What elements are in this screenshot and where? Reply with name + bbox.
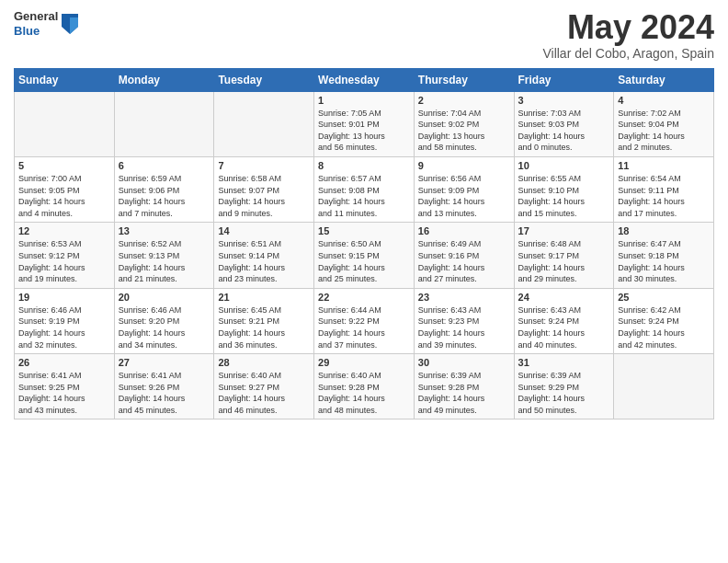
day-info-text: and 2 minutes.	[618, 142, 710, 154]
calendar-cell: 11Sunrise: 6:54 AMSunset: 9:11 PMDayligh…	[614, 156, 714, 222]
day-info-text: and 17 minutes.	[618, 208, 710, 220]
day-number: 10	[518, 160, 610, 171]
calendar-cell: 15Sunrise: 6:50 AMSunset: 9:15 PMDayligh…	[314, 223, 415, 288]
month-title: May 2024	[542, 9, 714, 46]
day-info-text: Sunset: 9:04 PM	[618, 119, 710, 131]
day-info-text: Sunset: 9:23 PM	[418, 316, 510, 327]
day-number: 16	[418, 225, 510, 236]
day-info-text: Daylight: 14 hours	[119, 327, 210, 339]
calendar-cell: 28Sunrise: 6:40 AMSunset: 9:27 PMDayligh…	[214, 354, 314, 419]
day-number: 26	[18, 357, 110, 368]
day-info-text: and 19 minutes.	[18, 273, 110, 285]
day-info-text: Sunset: 9:15 PM	[318, 250, 410, 262]
calendar-week-row: 12Sunrise: 6:53 AMSunset: 9:12 PMDayligh…	[15, 223, 714, 288]
day-number: 2	[418, 95, 510, 106]
calendar-cell: 27Sunrise: 6:41 AMSunset: 9:26 PMDayligh…	[114, 354, 214, 419]
day-info-text: Daylight: 14 hours	[318, 393, 410, 405]
day-info-text: Sunrise: 6:49 AM	[418, 238, 510, 250]
day-info-text: Sunrise: 6:43 AM	[518, 304, 610, 316]
day-number: 12	[18, 225, 110, 236]
day-info-text: Sunset: 9:16 PM	[418, 250, 510, 262]
day-info-text: Sunrise: 6:53 AM	[18, 238, 110, 250]
day-info-text: Sunrise: 6:58 AM	[218, 173, 310, 185]
calendar-cell: 30Sunrise: 6:39 AMSunset: 9:28 PMDayligh…	[414, 354, 514, 419]
day-info-text: Sunrise: 7:00 AM	[18, 173, 110, 185]
day-info-text: Daylight: 14 hours	[318, 327, 410, 339]
day-info-text: and 13 minutes.	[418, 208, 510, 220]
day-info-text: Sunset: 9:21 PM	[218, 316, 310, 327]
calendar-cell: 13Sunrise: 6:52 AMSunset: 9:13 PMDayligh…	[114, 223, 214, 288]
day-info-text: Daylight: 14 hours	[119, 393, 210, 405]
day-info-text: and 49 minutes.	[418, 405, 510, 417]
day-info-text: Sunset: 9:28 PM	[318, 382, 410, 394]
logo-general-text: General	[14, 9, 58, 24]
day-info-text: Daylight: 14 hours	[618, 327, 710, 339]
calendar-cell	[214, 91, 314, 156]
day-info-text: Sunset: 9:09 PM	[418, 185, 510, 197]
page-header: General Blue May 2024 Villar del Cobo, A…	[14, 9, 714, 61]
day-info-text: Sunset: 9:29 PM	[518, 382, 610, 394]
day-info-text: Sunset: 9:12 PM	[18, 250, 110, 262]
day-info-text: Sunset: 9:27 PM	[218, 382, 310, 394]
day-number: 8	[318, 160, 410, 171]
weekday-header-monday: Monday	[114, 68, 214, 91]
day-info-text: Sunrise: 6:47 AM	[618, 238, 710, 250]
day-info-text: Sunset: 9:24 PM	[518, 316, 610, 327]
calendar-cell: 6Sunrise: 6:59 AMSunset: 9:06 PMDaylight…	[114, 156, 214, 222]
day-info-text: and 7 minutes.	[119, 208, 210, 220]
day-info-text: Sunset: 9:14 PM	[218, 250, 310, 262]
calendar-cell: 31Sunrise: 6:39 AMSunset: 9:29 PMDayligh…	[514, 354, 614, 419]
calendar-cell: 19Sunrise: 6:46 AMSunset: 9:19 PMDayligh…	[15, 288, 115, 353]
day-info-text: Sunset: 9:10 PM	[518, 185, 610, 197]
day-info-text: Daylight: 14 hours	[18, 327, 110, 339]
day-info-text: Sunrise: 6:54 AM	[618, 173, 710, 185]
weekday-header-tuesday: Tuesday	[214, 68, 314, 91]
day-number: 21	[218, 292, 310, 303]
day-info-text: Sunrise: 6:56 AM	[418, 173, 510, 185]
day-number: 1	[318, 95, 410, 106]
day-info-text: Daylight: 14 hours	[518, 131, 610, 143]
calendar-cell: 8Sunrise: 6:57 AMSunset: 9:08 PMDaylight…	[314, 156, 415, 222]
day-number: 17	[518, 225, 610, 236]
calendar-cell: 9Sunrise: 6:56 AMSunset: 9:09 PMDaylight…	[414, 156, 514, 222]
day-number: 11	[618, 160, 710, 171]
calendar-cell: 5Sunrise: 7:00 AMSunset: 9:05 PMDaylight…	[15, 156, 115, 222]
day-info-text: and 32 minutes.	[18, 339, 110, 351]
day-info-text: and 27 minutes.	[418, 273, 510, 285]
day-info-text: and 50 minutes.	[518, 405, 610, 417]
day-info-text: and 43 minutes.	[18, 405, 110, 417]
day-number: 15	[318, 225, 410, 236]
day-info-text: Sunset: 9:19 PM	[18, 316, 110, 327]
day-number: 24	[518, 292, 610, 303]
day-info-text: Sunrise: 6:41 AM	[18, 370, 110, 382]
calendar-cell: 17Sunrise: 6:48 AMSunset: 9:17 PMDayligh…	[514, 223, 614, 288]
day-info-text: Daylight: 14 hours	[418, 327, 510, 339]
day-info-text: Sunset: 9:25 PM	[18, 382, 110, 394]
day-info-text: and 4 minutes.	[18, 208, 110, 220]
day-info-text: Sunset: 9:11 PM	[618, 185, 710, 197]
day-info-text: and 56 minutes.	[318, 142, 410, 154]
day-info-text: Sunrise: 6:40 AM	[218, 370, 310, 382]
day-info-text: Sunrise: 6:42 AM	[618, 304, 710, 316]
day-info-text: Sunset: 9:02 PM	[418, 119, 510, 131]
calendar-week-row: 19Sunrise: 6:46 AMSunset: 9:19 PMDayligh…	[15, 288, 714, 353]
day-info-text: Sunrise: 7:03 AM	[518, 108, 610, 120]
calendar-cell: 16Sunrise: 6:49 AMSunset: 9:16 PMDayligh…	[414, 223, 514, 288]
day-number: 27	[119, 357, 210, 368]
day-number: 9	[418, 160, 510, 171]
day-info-text: Sunset: 9:01 PM	[318, 119, 410, 131]
day-number: 3	[518, 95, 610, 106]
day-info-text: and 37 minutes.	[318, 339, 410, 351]
day-info-text: and 0 minutes.	[518, 142, 610, 154]
day-info-text: Daylight: 14 hours	[318, 262, 410, 274]
day-info-text: Sunrise: 6:41 AM	[119, 370, 210, 382]
day-number: 5	[18, 160, 110, 171]
day-info-text: Daylight: 14 hours	[518, 393, 610, 405]
day-info-text: Daylight: 14 hours	[518, 327, 610, 339]
day-info-text: Sunrise: 6:39 AM	[418, 370, 510, 382]
day-number: 28	[218, 357, 310, 368]
day-number: 13	[119, 225, 210, 236]
location-text: Villar del Cobo, Aragon, Spain	[542, 46, 714, 61]
day-info-text: Sunrise: 6:52 AM	[119, 238, 210, 250]
day-info-text: Sunrise: 6:51 AM	[218, 238, 310, 250]
